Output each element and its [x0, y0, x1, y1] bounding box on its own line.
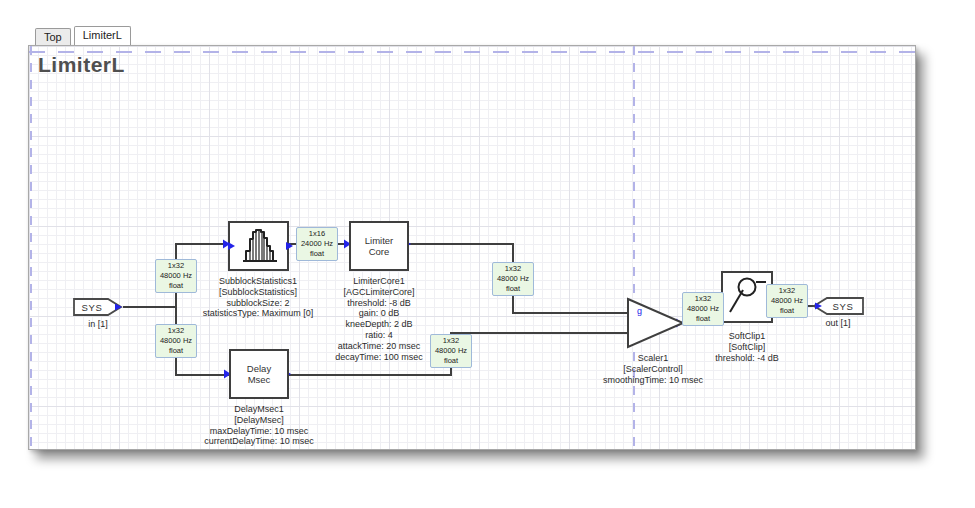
wire-label-input-to-delay[interactable]: 1x3248000 Hzfloat — [155, 324, 197, 358]
block-sys-input[interactable]: SYS — [73, 298, 125, 316]
block-sys-output[interactable]: SYS — [813, 297, 865, 315]
sys-input-caption: in [1] — [48, 319, 148, 330]
designer-window: Top LimiterL LimiterL — [28, 14, 916, 450]
wire-label-subblock-to-limitercore[interactable]: 1x1624000 Hzfloat — [296, 227, 338, 261]
delaymsec1-caption: DelayMsec1 [DelayMsec] maxDelayTime: 10 … — [169, 404, 349, 447]
wire-label-limitercore-to-scaler[interactable]: 1x3248000 Hzfloat — [492, 262, 534, 296]
wire-layer — [29, 46, 916, 450]
document-tabbar: Top LimiterL — [28, 14, 916, 45]
wire-label-delay-to-scaler[interactable]: 1x3248000 Hzfloat — [430, 334, 472, 368]
block-delaymsec1[interactable]: Delay Msec — [229, 349, 289, 399]
wire-label-input-to-subblock[interactable]: 1x3248000 Hzfloat — [155, 259, 197, 293]
delaymsec-inner-label: Delay Msec — [247, 363, 271, 385]
input-pin-icon[interactable] — [228, 242, 235, 250]
sys-output-label: SYS — [833, 301, 854, 312]
output-pin-icon[interactable] — [286, 242, 293, 250]
limitercore-inner-label: Limiter Core — [365, 235, 394, 257]
wire-label-softclip-to-output[interactable]: 1x3248000 Hzfloat — [766, 284, 808, 318]
sys-output-caption: out [1] — [788, 318, 888, 329]
diagram-canvas[interactable]: LimiterL — [28, 45, 916, 450]
block-limitercore1[interactable]: Limiter Core — [349, 221, 409, 271]
softclip1-caption: SoftClip1 [SoftClip] threshold: -4 dB — [677, 331, 817, 363]
sys-input-label: SYS — [82, 302, 103, 313]
block-subblockstatistics1[interactable] — [228, 221, 289, 271]
softclip-curve-icon — [723, 274, 771, 320]
wire-label-scaler-to-softclip[interactable]: 1x3248000 Hzfloat — [682, 292, 724, 326]
histogram-icon — [234, 225, 284, 267]
tab-top[interactable]: Top — [35, 28, 71, 45]
tab-limiterl[interactable]: LimiterL — [74, 26, 131, 45]
scaler-gain-pin-label: g — [637, 306, 642, 316]
